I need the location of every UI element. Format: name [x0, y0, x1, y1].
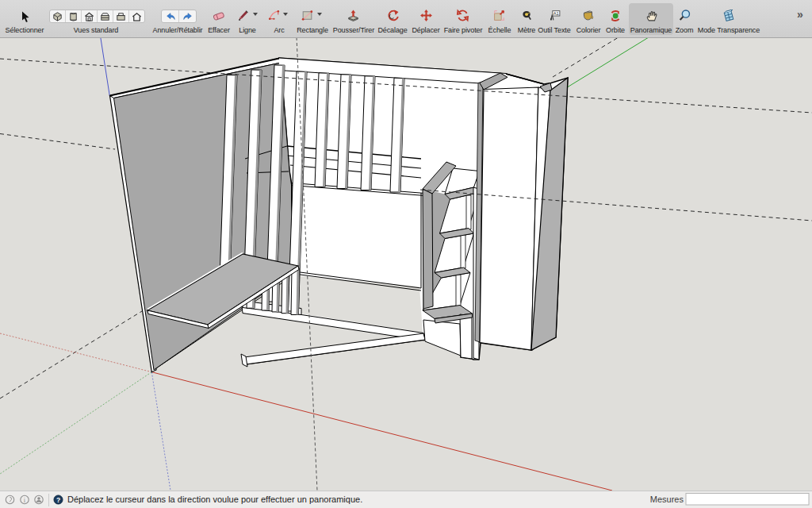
svg-text:Mesures: Mesures: [650, 495, 684, 504]
svg-text:Déplacez le curseur dans la di: Déplacez le curseur dans la direction vo…: [67, 495, 362, 504]
svg-text:i: i: [24, 496, 26, 504]
svg-text:A1: A1: [553, 11, 559, 16]
svg-text:?: ?: [56, 496, 60, 504]
